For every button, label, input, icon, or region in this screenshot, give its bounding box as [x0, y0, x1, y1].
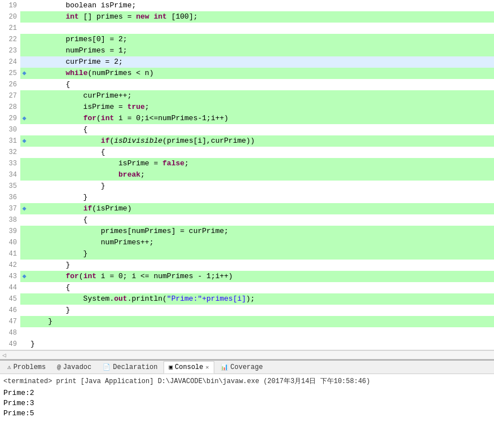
line-content: } — [28, 192, 494, 203]
problems-tab-label: Problems — [14, 363, 46, 371]
line-number: 31 — [0, 135, 20, 147]
console-area: <terminated> print [Java Application] D:… — [0, 374, 494, 421]
line-content: } — [28, 260, 494, 271]
line-content: while(numPrimes < n) — [28, 68, 494, 79]
coverage-tab-icon: 📊 — [220, 363, 228, 371]
line-number: 36 — [0, 192, 20, 203]
line-marker: ◆ — [20, 203, 28, 214]
line-number: 20 — [0, 11, 20, 23]
declaration-tab-label: Declaration — [113, 363, 157, 371]
code-line: 25◆ while(numPrimes < n) — [0, 68, 494, 79]
line-content: { — [28, 214, 494, 226]
code-line: 28 isPrime = true; — [0, 102, 494, 113]
line-number: 33 — [0, 158, 20, 169]
line-number: 24 — [0, 56, 20, 68]
code-line: 48 — [0, 327, 494, 339]
code-line: 26 { — [0, 79, 494, 90]
line-number: 45 — [0, 293, 20, 305]
line-number: 22 — [0, 34, 20, 45]
line-content: if(isDivisible(primes[i],curPrime)) — [28, 135, 494, 147]
line-content — [28, 23, 494, 34]
code-line: 37◆ if(isPrime) — [0, 203, 494, 214]
line-content: } — [28, 181, 494, 192]
scrollbar-container[interactable]: ◁ — [0, 350, 494, 359]
line-number: 28 — [0, 102, 20, 113]
code-line: 41 } — [0, 248, 494, 260]
code-line: 43◆ for(int i = 0; i <= numPrimes - 1;i+… — [0, 271, 494, 282]
line-content: } — [28, 339, 494, 350]
line-marker: ◆ — [20, 135, 28, 147]
line-content: for(int i = 0; i <= numPrimes - 1;i++) — [28, 271, 494, 282]
line-content: isPrime = false; — [28, 158, 494, 169]
line-number: 21 — [0, 23, 20, 34]
line-number: 47 — [0, 316, 20, 327]
code-line: 21 — [0, 23, 494, 34]
code-editor: 19 boolean isPrime;20 int [] primes = ne… — [0, 0, 494, 350]
line-number: 23 — [0, 45, 20, 56]
code-line: 42 } — [0, 260, 494, 271]
code-line: 27 curPrime++; — [0, 90, 494, 102]
code-line: 20 int [] primes = new int [100]; — [0, 11, 494, 23]
console-tab-close[interactable]: ✕ — [206, 364, 209, 371]
line-number: 38 — [0, 214, 20, 226]
tab-coverage[interactable]: 📊Coverage — [215, 361, 268, 374]
code-line: 40 numPrimes++; — [0, 237, 494, 248]
line-content: break; — [28, 169, 494, 181]
line-number: 32 — [0, 147, 20, 158]
line-number: 39 — [0, 226, 20, 237]
code-line: 31◆ if(isDivisible(primes[i],curPrime)) — [0, 135, 494, 147]
declaration-tab-icon: 📄 — [103, 363, 111, 371]
line-number: 44 — [0, 282, 20, 293]
tab-console[interactable]: ▣Console✕ — [164, 361, 214, 374]
line-marker: ◆ — [20, 68, 28, 79]
tab-problems[interactable]: ⚠Problems — [2, 361, 51, 374]
line-marker: ◆ — [20, 113, 28, 124]
line-content: { — [28, 124, 494, 135]
line-number: 43 — [0, 271, 20, 282]
line-number: 27 — [0, 90, 20, 102]
code-line: 23 numPrimes = 1; — [0, 45, 494, 56]
line-number: 40 — [0, 237, 20, 248]
code-line: 39 primes[numPrimes] = curPrime; — [0, 226, 494, 237]
line-content: int [] primes = new int [100]; — [28, 11, 494, 23]
line-content: { — [28, 282, 494, 293]
line-number: 49 — [0, 339, 20, 350]
coverage-tab-label: Coverage — [231, 363, 263, 371]
code-line: 38 { — [0, 214, 494, 226]
code-line: 33 isPrime = false; — [0, 158, 494, 169]
line-number: 30 — [0, 124, 20, 135]
tab-bar: ⚠Problems@Javadoc📄Declaration▣Console✕📊C… — [0, 361, 494, 374]
line-content: numPrimes++; — [28, 237, 494, 248]
line-content: curPrime++; — [28, 90, 494, 102]
console-tab-icon: ▣ — [169, 363, 173, 371]
line-content: System.out.println("Prime:"+primes[i]); — [28, 293, 494, 305]
code-line: 36 } — [0, 192, 494, 203]
code-line: 29◆ for(int i = 0;i<=numPrimes-1;i++) — [0, 113, 494, 124]
console-output: Prime:2Prime:3Prime:5 — [3, 388, 491, 419]
line-number: 19 — [0, 0, 20, 11]
line-content — [28, 327, 494, 339]
code-line: 47 } — [0, 316, 494, 327]
code-line: 32 { — [0, 147, 494, 158]
code-line: 49} — [0, 339, 494, 350]
line-content: } — [28, 248, 494, 260]
scrollbar-indicator: ◁ — [2, 352, 6, 359]
line-content: numPrimes = 1; — [28, 45, 494, 56]
line-number: 35 — [0, 181, 20, 192]
code-line: 34 break; — [0, 169, 494, 181]
code-line: 24 curPrime = 2; — [0, 56, 494, 68]
line-content: primes[0] = 2; — [28, 34, 494, 45]
code-line: 35 } — [0, 181, 494, 192]
bottom-panel: ⚠Problems@Javadoc📄Declaration▣Console✕📊C… — [0, 359, 494, 421]
tab-javadoc[interactable]: @Javadoc — [52, 361, 96, 374]
line-number: 42 — [0, 260, 20, 271]
tab-declaration[interactable]: 📄Declaration — [98, 361, 162, 374]
line-number: 34 — [0, 169, 20, 181]
line-content: if(isPrime) — [28, 203, 494, 214]
code-line: 22 primes[0] = 2; — [0, 34, 494, 45]
code-line: 44 { — [0, 282, 494, 293]
line-marker: ◆ — [20, 271, 28, 282]
line-number: 48 — [0, 327, 20, 339]
line-content: } — [28, 316, 494, 327]
line-number: 25 — [0, 68, 20, 79]
